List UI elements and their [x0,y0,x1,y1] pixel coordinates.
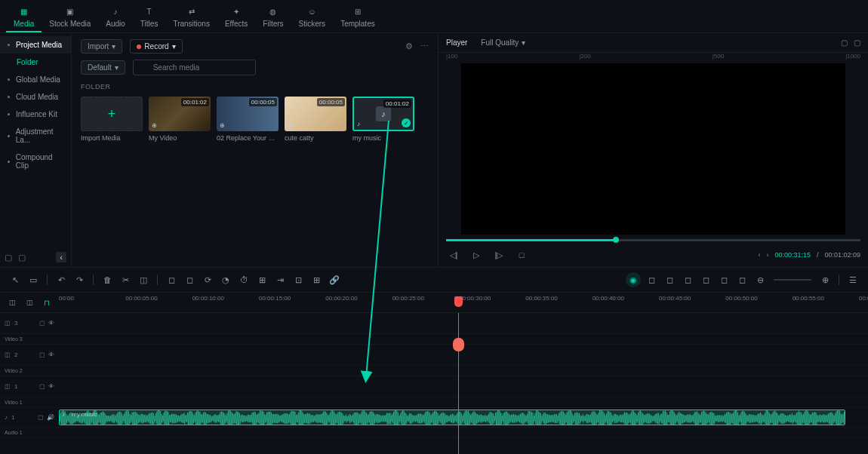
player-fit-icon[interactable]: ▢ [841,38,848,47]
select-tool[interactable]: ▭ [26,272,41,287]
ruler-tick: 00:00:10:00 [192,295,224,302]
filter-icon[interactable]: ⚙ [405,41,413,51]
sidebar-folder[interactable]: Folder [0,54,71,71]
collapse-sidebar-icon[interactable]: ‹ [56,252,66,262]
tab-templates[interactable]: ⊞Templates [333,3,383,32]
tool-a[interactable]: ◻ [164,272,179,287]
sidebar-global-media[interactable]: Global Media [0,71,71,88]
video-track-icon: ◫ [5,320,11,327]
tool-g[interactable]: ⊡ [291,272,306,287]
sidebar-compound-clip[interactable]: Compound Clip [0,149,71,174]
delete-button[interactable]: 🗑 [100,272,115,287]
tab-audio[interactable]: ♪Audio [98,3,133,32]
sidebar-adjustment-layer[interactable]: Adjustment La... [0,123,71,149]
pointer-tool[interactable]: ↖ [8,272,23,287]
speed-tool[interactable]: ⏱ [236,272,251,287]
tool-f[interactable]: ⇥ [272,272,288,287]
sidebar-cloud-media[interactable]: Cloud Media [0,88,71,106]
lock-icon[interactable]: ▢ [39,351,45,358]
tool-b[interactable]: ◻ [182,272,197,287]
titles-icon: T [143,5,156,18]
import-dropdown[interactable]: Import ▾ [81,39,122,54]
audio-clip-my-music[interactable]: ♪ my music [59,410,845,425]
ruler-mark: |500 [713,53,724,63]
eye-icon[interactable]: 👁 [48,351,54,358]
media-card-cute-catty[interactable]: 00:00:05⊕cute catty [285,97,346,142]
media-card-my-music[interactable]: ♪00:01:02✓♪my music [352,97,414,142]
track-header-video-3[interactable]: ◫3 ▢👁 [0,313,59,333]
magnet-icon[interactable]: ⊓ [40,295,53,310]
track-header-video-2[interactable]: ◫2 ▢👁 [0,345,59,365]
playhead[interactable] [458,313,459,454]
sidebar-influence-kit[interactable]: Influence Kit [0,106,71,123]
media-card-label: Import Media [81,134,143,142]
timeline-opt-2[interactable]: ◫ [23,295,36,310]
lock-icon[interactable]: ▢ [38,414,44,421]
play-button[interactable]: ▷ [469,247,484,262]
tab-effects[interactable]: ✦Effects [217,3,255,32]
tab-filters[interactable]: ◍Filters [255,3,291,32]
media-card-import-media[interactable]: +Import Media [81,97,143,142]
check-icon: ✓ [402,118,411,127]
ruler-tick: 00:01:00:00 [859,295,868,302]
next-frame-button[interactable]: |▷ [491,247,506,262]
tl-tool-2[interactable]: ◻ [662,272,677,287]
tab-titles[interactable]: TTitles [133,3,166,32]
video-preview[interactable] [461,63,845,235]
add-icon[interactable]: ⊕ [220,122,225,129]
new-folder-icon[interactable]: ▢ [5,253,12,262]
eye-icon[interactable]: 👁 [48,320,54,327]
track-header-audio-1[interactable]: ♪1 ▢🔊 [0,408,59,427]
record-button[interactable]: Record ▾ [130,39,182,54]
angle-right-icon[interactable]: › [766,251,768,259]
stop-button[interactable]: □ [514,247,529,262]
eye-icon[interactable]: 👁 [48,383,54,390]
tool-e[interactable]: ⊞ [254,272,269,287]
sort-dropdown[interactable]: Default ▾ [81,60,125,75]
add-icon[interactable]: ⊕ [152,122,157,129]
crop-button[interactable]: ◫ [136,272,151,287]
chevron-down-icon: ▾ [112,42,115,51]
timeline-opt-1[interactable]: ◫ [6,295,19,310]
sidebar-project-media[interactable]: Project Media [0,36,71,54]
undo-button[interactable]: ↶ [54,272,69,287]
tl-tool-4[interactable]: ◻ [698,272,713,287]
audio-track-icon: ♪ [5,414,8,421]
track-header-video-1[interactable]: ◫1 ▢👁 [0,376,59,397]
prev-frame-button[interactable]: ◁| [446,247,461,262]
more-icon[interactable]: ⋯ [420,41,429,51]
zoom-in-button[interactable]: ⊕ [817,272,833,287]
angle-left-icon[interactable]: ‹ [758,251,760,259]
player-snapshot-icon[interactable]: ▢ [854,38,860,47]
tool-h[interactable]: ⊞ [309,272,324,287]
media-card-my-video[interactable]: 00:01:02⊕My Video [149,97,211,142]
mute-icon[interactable]: 🔊 [47,414,54,421]
redo-button[interactable]: ↷ [72,272,87,287]
tool-d[interactable]: ◔ [218,272,233,287]
seek-bar[interactable] [446,239,860,241]
tab-transitions[interactable]: ⇄Transitions [165,3,217,32]
bin-icon[interactable]: ▢ [18,253,26,262]
zoom-out-button[interactable]: ⊖ [753,272,768,287]
link-tool[interactable]: 🔗 [327,272,342,287]
tl-tool-1[interactable]: ◻ [644,272,659,287]
auto-tool[interactable]: ◉ [626,272,641,287]
view-options[interactable]: ☰ [845,272,860,287]
lock-icon[interactable]: ▢ [39,320,45,327]
media-card-02-replace-your-video[interactable]: 00:00:05⊕02 Replace Your Video [217,97,279,142]
ruler-tick: 00:00:45:00 [659,295,691,302]
audio-icon: ♪ [109,5,122,18]
tl-tool-5[interactable]: ◻ [716,272,731,287]
quality-dropdown[interactable]: Full Quality ▾ [475,36,531,49]
tl-tool-3[interactable]: ◻ [680,272,695,287]
tool-c[interactable]: ⟳ [200,272,215,287]
zoom-slider[interactable] [774,279,811,281]
search-input[interactable] [133,60,256,75]
split-button[interactable]: ✂ [118,272,133,287]
add-icon[interactable]: ⊕ [288,122,293,129]
tab-stock-media[interactable]: ▣Stock Media [42,3,98,32]
tab-stickers[interactable]: ☺Stickers [291,3,334,32]
tl-tool-6[interactable]: ◻ [734,272,749,287]
lock-icon[interactable]: ▢ [39,383,45,390]
tab-media[interactable]: ▦Media [6,3,42,32]
